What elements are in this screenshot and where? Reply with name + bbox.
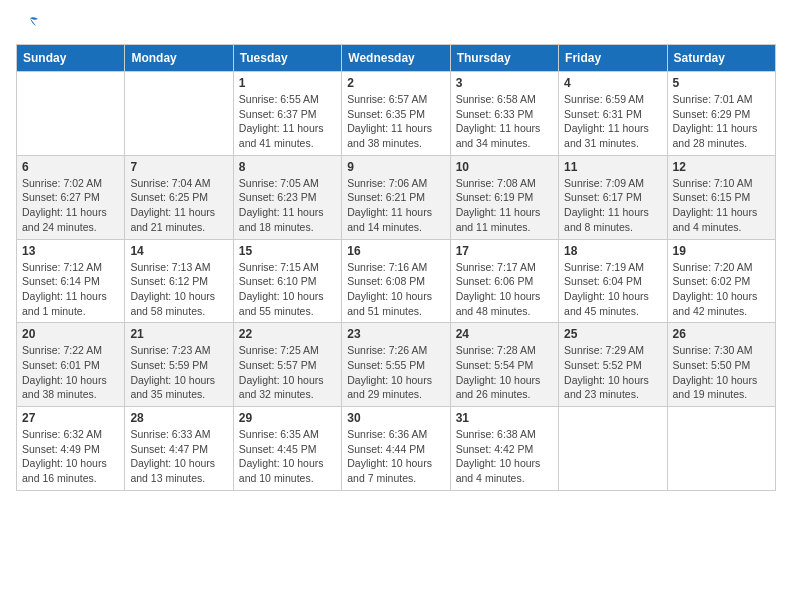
weekday-header: Tuesday [233, 45, 341, 72]
calendar-cell: 24Sunrise: 7:28 AM Sunset: 5:54 PM Dayli… [450, 323, 558, 407]
day-number: 14 [130, 244, 227, 258]
day-info: Sunrise: 7:02 AM Sunset: 6:27 PM Dayligh… [22, 176, 119, 235]
day-info: Sunrise: 7:10 AM Sunset: 6:15 PM Dayligh… [673, 176, 770, 235]
day-number: 23 [347, 327, 444, 341]
calendar-header: SundayMondayTuesdayWednesdayThursdayFrid… [17, 45, 776, 72]
day-number: 27 [22, 411, 119, 425]
day-info: Sunrise: 6:55 AM Sunset: 6:37 PM Dayligh… [239, 92, 336, 151]
day-info: Sunrise: 6:38 AM Sunset: 4:42 PM Dayligh… [456, 427, 553, 486]
calendar-cell: 28Sunrise: 6:33 AM Sunset: 4:47 PM Dayli… [125, 407, 233, 491]
calendar-cell: 3Sunrise: 6:58 AM Sunset: 6:33 PM Daylig… [450, 72, 558, 156]
day-number: 20 [22, 327, 119, 341]
day-info: Sunrise: 6:32 AM Sunset: 4:49 PM Dayligh… [22, 427, 119, 486]
calendar-cell: 6Sunrise: 7:02 AM Sunset: 6:27 PM Daylig… [17, 155, 125, 239]
day-number: 29 [239, 411, 336, 425]
day-info: Sunrise: 7:13 AM Sunset: 6:12 PM Dayligh… [130, 260, 227, 319]
day-info: Sunrise: 6:36 AM Sunset: 4:44 PM Dayligh… [347, 427, 444, 486]
day-number: 13 [22, 244, 119, 258]
day-info: Sunrise: 7:12 AM Sunset: 6:14 PM Dayligh… [22, 260, 119, 319]
day-number: 7 [130, 160, 227, 174]
calendar-cell [125, 72, 233, 156]
calendar-cell: 5Sunrise: 7:01 AM Sunset: 6:29 PM Daylig… [667, 72, 775, 156]
calendar-cell: 2Sunrise: 6:57 AM Sunset: 6:35 PM Daylig… [342, 72, 450, 156]
day-number: 28 [130, 411, 227, 425]
day-info: Sunrise: 7:05 AM Sunset: 6:23 PM Dayligh… [239, 176, 336, 235]
weekday-header: Saturday [667, 45, 775, 72]
day-info: Sunrise: 7:15 AM Sunset: 6:10 PM Dayligh… [239, 260, 336, 319]
day-number: 10 [456, 160, 553, 174]
day-number: 21 [130, 327, 227, 341]
calendar-week-row: 6Sunrise: 7:02 AM Sunset: 6:27 PM Daylig… [17, 155, 776, 239]
day-number: 18 [564, 244, 661, 258]
calendar-cell: 22Sunrise: 7:25 AM Sunset: 5:57 PM Dayli… [233, 323, 341, 407]
day-number: 9 [347, 160, 444, 174]
day-number: 11 [564, 160, 661, 174]
calendar-cell: 21Sunrise: 7:23 AM Sunset: 5:59 PM Dayli… [125, 323, 233, 407]
day-info: Sunrise: 7:25 AM Sunset: 5:57 PM Dayligh… [239, 343, 336, 402]
weekday-header: Friday [559, 45, 667, 72]
calendar-cell [667, 407, 775, 491]
weekday-header: Monday [125, 45, 233, 72]
calendar-cell: 7Sunrise: 7:04 AM Sunset: 6:25 PM Daylig… [125, 155, 233, 239]
day-number: 25 [564, 327, 661, 341]
day-number: 5 [673, 76, 770, 90]
calendar-cell: 8Sunrise: 7:05 AM Sunset: 6:23 PM Daylig… [233, 155, 341, 239]
day-number: 26 [673, 327, 770, 341]
calendar-cell: 18Sunrise: 7:19 AM Sunset: 6:04 PM Dayli… [559, 239, 667, 323]
day-info: Sunrise: 6:33 AM Sunset: 4:47 PM Dayligh… [130, 427, 227, 486]
day-info: Sunrise: 7:09 AM Sunset: 6:17 PM Dayligh… [564, 176, 661, 235]
calendar-week-row: 27Sunrise: 6:32 AM Sunset: 4:49 PM Dayli… [17, 407, 776, 491]
calendar-cell: 11Sunrise: 7:09 AM Sunset: 6:17 PM Dayli… [559, 155, 667, 239]
weekday-header: Sunday [17, 45, 125, 72]
day-number: 24 [456, 327, 553, 341]
day-info: Sunrise: 7:23 AM Sunset: 5:59 PM Dayligh… [130, 343, 227, 402]
page-header [16, 16, 776, 32]
calendar-cell: 14Sunrise: 7:13 AM Sunset: 6:12 PM Dayli… [125, 239, 233, 323]
calendar-cell [559, 407, 667, 491]
calendar-cell: 9Sunrise: 7:06 AM Sunset: 6:21 PM Daylig… [342, 155, 450, 239]
logo [16, 16, 42, 32]
day-info: Sunrise: 6:59 AM Sunset: 6:31 PM Dayligh… [564, 92, 661, 151]
calendar-cell: 1Sunrise: 6:55 AM Sunset: 6:37 PM Daylig… [233, 72, 341, 156]
calendar-cell: 15Sunrise: 7:15 AM Sunset: 6:10 PM Dayli… [233, 239, 341, 323]
calendar-cell: 23Sunrise: 7:26 AM Sunset: 5:55 PM Dayli… [342, 323, 450, 407]
calendar-cell: 12Sunrise: 7:10 AM Sunset: 6:15 PM Dayli… [667, 155, 775, 239]
day-info: Sunrise: 7:28 AM Sunset: 5:54 PM Dayligh… [456, 343, 553, 402]
calendar-cell [17, 72, 125, 156]
calendar-table: SundayMondayTuesdayWednesdayThursdayFrid… [16, 44, 776, 491]
weekday-header: Wednesday [342, 45, 450, 72]
day-number: 31 [456, 411, 553, 425]
day-number: 6 [22, 160, 119, 174]
day-number: 17 [456, 244, 553, 258]
day-number: 30 [347, 411, 444, 425]
day-info: Sunrise: 7:04 AM Sunset: 6:25 PM Dayligh… [130, 176, 227, 235]
calendar-cell: 31Sunrise: 6:38 AM Sunset: 4:42 PM Dayli… [450, 407, 558, 491]
calendar-week-row: 20Sunrise: 7:22 AM Sunset: 6:01 PM Dayli… [17, 323, 776, 407]
day-number: 2 [347, 76, 444, 90]
calendar-cell: 20Sunrise: 7:22 AM Sunset: 6:01 PM Dayli… [17, 323, 125, 407]
day-info: Sunrise: 7:08 AM Sunset: 6:19 PM Dayligh… [456, 176, 553, 235]
calendar-week-row: 1Sunrise: 6:55 AM Sunset: 6:37 PM Daylig… [17, 72, 776, 156]
day-number: 1 [239, 76, 336, 90]
weekday-header: Thursday [450, 45, 558, 72]
day-number: 19 [673, 244, 770, 258]
calendar-cell: 16Sunrise: 7:16 AM Sunset: 6:08 PM Dayli… [342, 239, 450, 323]
calendar-cell: 4Sunrise: 6:59 AM Sunset: 6:31 PM Daylig… [559, 72, 667, 156]
day-info: Sunrise: 7:20 AM Sunset: 6:02 PM Dayligh… [673, 260, 770, 319]
calendar-cell: 25Sunrise: 7:29 AM Sunset: 5:52 PM Dayli… [559, 323, 667, 407]
calendar-week-row: 13Sunrise: 7:12 AM Sunset: 6:14 PM Dayli… [17, 239, 776, 323]
logo-bird-icon [20, 16, 40, 32]
day-number: 8 [239, 160, 336, 174]
day-info: Sunrise: 7:01 AM Sunset: 6:29 PM Dayligh… [673, 92, 770, 151]
day-info: Sunrise: 7:06 AM Sunset: 6:21 PM Dayligh… [347, 176, 444, 235]
calendar-cell: 19Sunrise: 7:20 AM Sunset: 6:02 PM Dayli… [667, 239, 775, 323]
calendar-body: 1Sunrise: 6:55 AM Sunset: 6:37 PM Daylig… [17, 72, 776, 491]
day-number: 4 [564, 76, 661, 90]
day-number: 16 [347, 244, 444, 258]
day-number: 22 [239, 327, 336, 341]
day-number: 12 [673, 160, 770, 174]
day-number: 15 [239, 244, 336, 258]
calendar-cell: 10Sunrise: 7:08 AM Sunset: 6:19 PM Dayli… [450, 155, 558, 239]
day-info: Sunrise: 6:58 AM Sunset: 6:33 PM Dayligh… [456, 92, 553, 151]
day-info: Sunrise: 6:57 AM Sunset: 6:35 PM Dayligh… [347, 92, 444, 151]
